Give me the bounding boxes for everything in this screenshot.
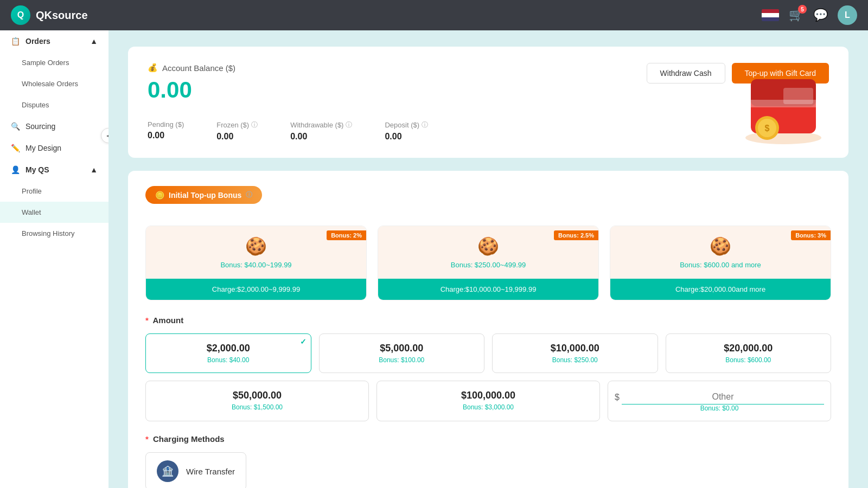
stat-frozen-value: 0.00 (216, 132, 258, 142)
orders-icon: 📋 (11, 37, 20, 46)
topnav-right: 🛒 5 💬 L (762, 5, 857, 25)
stat-pending-label: Pending ($) (148, 120, 184, 129)
bonus-tag-1: Bonus: 2.5% (554, 230, 598, 240)
amount-card-other[interactable]: $ Bonus: $0.00 (608, 381, 831, 421)
my-qs-icon: 👤 (11, 165, 20, 174)
stat-pending: Pending ($) 0.00 (148, 120, 184, 142)
banner-label: Initial Top-up Bonus (169, 191, 241, 200)
stat-frozen: Frozen ($) ⓘ 0.00 (216, 120, 258, 142)
svg-rect-7 (783, 88, 813, 104)
withdraw-cash-button[interactable]: Withdraw Cash (647, 63, 725, 84)
message-icon[interactable]: 💬 (813, 8, 828, 22)
amount-value-3: $20,000.00 (673, 343, 825, 354)
bonus-tag-0: Bonus: 2% (327, 230, 366, 240)
other-amount-input[interactable] (622, 390, 824, 404)
my-design-label: My Design (25, 144, 61, 152)
my-design-icon: ✏️ (11, 144, 20, 152)
amount-card-5[interactable]: $100,000.00 Bonus: $3,000.00 (376, 381, 600, 421)
bonus-card-bottom-2: Charge:$20,000.00and more (610, 279, 831, 300)
stat-withdrawable-value: 0.00 (290, 132, 352, 142)
amount-card-0[interactable]: ✓ $2,000.00 Bonus: $40.00 (145, 333, 311, 373)
wire-transfer-icon: 🏦 (157, 460, 178, 482)
banner-info-icon[interactable]: ⓘ (246, 190, 252, 200)
logo-icon: Q (11, 5, 30, 25)
amount-value-2: $10,000.00 (499, 343, 651, 354)
bonus-card-top-1: Bonus: 2.5% 🍪 Bonus: $250.00~499.99 (378, 226, 598, 279)
amount-value-4: $50,000.00 (152, 390, 362, 401)
sidebar-item-sample-orders[interactable]: Sample Orders (0, 52, 108, 73)
dollar-sign: $ (615, 393, 620, 402)
sidebar-group-orders[interactable]: 📋 Orders ▲ (0, 30, 108, 52)
disputes-label: Disputes (22, 101, 49, 109)
amount-value-1: $5,000.00 (326, 343, 478, 354)
sidebar-item-my-design[interactable]: ✏️ My Design (0, 137, 108, 159)
svg-text:$: $ (765, 124, 770, 133)
sidebar-item-wallet[interactable]: Wallet (0, 202, 108, 223)
other-input-container: $ (615, 390, 824, 404)
wallet-label: Wallet (22, 208, 41, 216)
amount-grid-row1: ✓ $2,000.00 Bonus: $40.00 $5,000.00 Bonu… (145, 333, 831, 373)
amount-value-5: $100,000.00 (384, 390, 593, 401)
bonus-card-0[interactable]: Bonus: 2% 🍪 Bonus: $40.00~199.99 Charge:… (145, 226, 367, 300)
bonus-cards: Bonus: 2% 🍪 Bonus: $40.00~199.99 Charge:… (145, 226, 831, 300)
my-qs-label: My QS (25, 165, 49, 174)
amount-card-1[interactable]: $5,000.00 Bonus: $100.00 (319, 333, 485, 373)
wallet-illustration: $ (729, 57, 827, 144)
amount-bonus-5: Bonus: $3,000.00 (384, 403, 593, 411)
sidebar-item-wholesale-orders[interactable]: Wholesale Orders (0, 73, 108, 94)
orders-chevron: ▲ (90, 37, 98, 46)
sidebar-group-my-qs[interactable]: 👤 My QS ▲ (0, 159, 108, 181)
topup-section: 🪙 Initial Top-up Bonus ⓘ Bonus: 2% 🍪 Bon… (128, 171, 848, 488)
amount-section-title: * Amount (145, 316, 831, 325)
avatar[interactable]: L (838, 5, 857, 25)
wallet-bag-icon: 💰 (148, 63, 158, 73)
bonus-card-bottom-0: Charge:$2,000.00~9,999.99 (146, 279, 366, 300)
stat-deposit: Deposit ($) ⓘ 0.00 (385, 120, 428, 142)
sidebar: ◀ 📋 Orders ▲ Sample Orders Wholesale Ord… (0, 30, 108, 488)
orders-label: Orders (25, 37, 50, 46)
stat-withdrawable-label: Withdrawable ($) ⓘ (290, 120, 352, 130)
amount-value-0: $2,000.00 (152, 343, 304, 354)
amount-grid-row2: $50,000.00 Bonus: $1,500.00 $100,000.00 … (145, 381, 831, 421)
amount-bonus-2: Bonus: $250.00 (499, 356, 651, 364)
bonus-card-top-0: Bonus: 2% 🍪 Bonus: $40.00~199.99 (146, 226, 366, 279)
bonus-card-2[interactable]: Bonus: 3% 🍪 Bonus: $600.00 and more Char… (610, 226, 831, 300)
amount-card-3[interactable]: $20,000.00 Bonus: $600.00 (666, 333, 832, 373)
balance-label: 💰 Account Balance ($) (148, 63, 235, 73)
bonus-range-0: Bonus: $40.00~199.99 (155, 261, 358, 269)
charging-section: * Charging Methods 🏦 Wire Transfer (145, 434, 831, 488)
bonus-tag-2: Bonus: 3% (791, 230, 831, 240)
amount-card-4[interactable]: $50,000.00 Bonus: $1,500.00 (145, 381, 369, 421)
stat-frozen-label: Frozen ($) ⓘ (216, 120, 258, 130)
stat-deposit-label: Deposit ($) ⓘ (385, 120, 428, 130)
sidebar-item-profile[interactable]: Profile (0, 181, 108, 202)
my-qs-chevron: ▲ (90, 165, 98, 174)
amount-bonus-1: Bonus: $100.00 (326, 356, 478, 364)
amount-bonus-0: Bonus: $40.00 (152, 356, 304, 364)
flag-icon[interactable] (762, 9, 779, 21)
charging-section-title: * Charging Methods (145, 434, 831, 444)
frozen-info-icon[interactable]: ⓘ (251, 120, 258, 130)
amount-check-0: ✓ (300, 337, 307, 346)
sourcing-label: Sourcing (25, 122, 55, 131)
deposit-info-icon[interactable]: ⓘ (422, 120, 428, 130)
amount-bonus-other: Bonus: $0.00 (615, 404, 824, 412)
sidebar-item-sourcing[interactable]: 🔍 Sourcing (0, 115, 108, 137)
my-qs-subitems: Profile Wallet Browsing History (0, 181, 108, 244)
amount-card-2[interactable]: $10,000.00 Bonus: $250.00 (492, 333, 658, 373)
bonus-card-bottom-1: Charge:$10,000.00~19,999.99 (378, 279, 598, 300)
bonus-range-1: Bonus: $250.00~499.99 (387, 261, 590, 269)
wire-transfer-card[interactable]: 🏦 Wire Transfer (145, 452, 246, 488)
app-logo[interactable]: Q QKsource (11, 5, 88, 25)
sidebar-item-browsing-history[interactable]: Browsing History (0, 223, 108, 244)
withdrawable-info-icon[interactable]: ⓘ (346, 120, 352, 130)
sample-orders-label: Sample Orders (22, 59, 69, 67)
orders-subitems: Sample Orders Wholesale Orders Disputes (0, 52, 108, 115)
sidebar-item-disputes[interactable]: Disputes (0, 94, 108, 115)
app-name: QKsource (36, 9, 88, 22)
bonus-card-1[interactable]: Bonus: 2.5% 🍪 Bonus: $250.00~499.99 Char… (378, 226, 599, 300)
cart-button[interactable]: 🛒 5 (789, 8, 803, 22)
balance-section: 💰 Account Balance ($) 0.00 Withdraw Cash… (128, 47, 848, 158)
profile-label: Profile (22, 187, 42, 195)
balance-amount: 0.00 (148, 77, 235, 103)
